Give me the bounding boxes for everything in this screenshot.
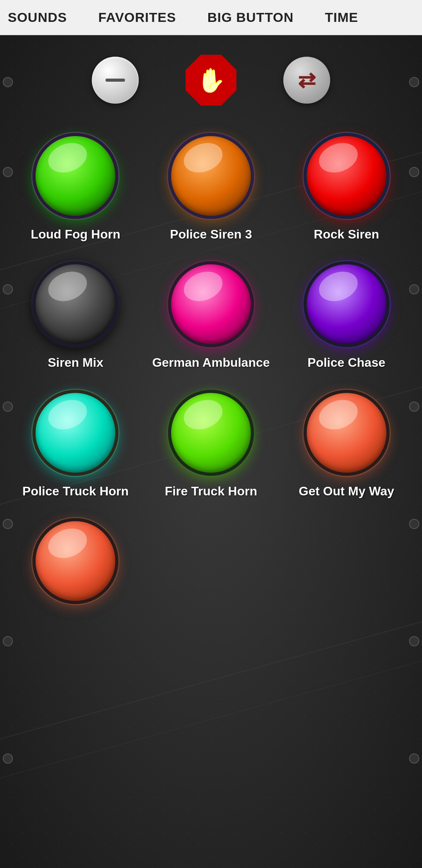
sound-cell-police-siren-3[interactable]: Police Siren 3: [143, 125, 279, 253]
sound-cell-bottom[interactable]: [8, 510, 143, 624]
repeat-button[interactable]: ⇄: [283, 57, 330, 104]
minus-icon: [106, 79, 125, 82]
sound-cell-fire-truck-horn[interactable]: Fire Truck Horn: [143, 382, 279, 510]
repeat-icon: ⇄: [298, 68, 316, 93]
sound-label-fire-truck-horn: Fire Truck Horn: [165, 484, 257, 499]
svg-point-18: [409, 754, 419, 763]
sound-button-loud-fog-horn[interactable]: [32, 133, 118, 219]
sound-button-siren-mix[interactable]: [32, 261, 118, 347]
sound-cell-get-out-my-way[interactable]: Get Out My Way: [279, 382, 414, 510]
sound-button-police-truck-horn[interactable]: [32, 390, 118, 476]
svg-point-10: [3, 637, 13, 646]
sound-button-fire-truck-horn[interactable]: [168, 390, 254, 476]
sound-button-police-chase[interactable]: [304, 261, 390, 347]
sound-button-german-ambulance[interactable]: [168, 261, 254, 347]
sound-button-police-siren-3[interactable]: [168, 133, 254, 219]
sounds-grid: Loud Fog Horn Police Siren 3 Rock Siren …: [0, 121, 422, 628]
tab-timer[interactable]: TIME: [325, 10, 358, 25]
sound-cell-loud-fog-horn[interactable]: Loud Fog Horn: [8, 125, 143, 253]
nav-bar: SOUNDS FAVORITES BIG BUTTON TIME: [0, 0, 422, 35]
svg-point-11: [3, 754, 13, 763]
svg-point-17: [409, 637, 419, 646]
sound-button-rock-siren[interactable]: [304, 133, 390, 219]
stop-button[interactable]: [186, 55, 236, 106]
tab-favorites[interactable]: FAVORITES: [98, 10, 176, 25]
main-content: ⇄ Loud Fog Horn Police Siren 3 Rock Sire…: [0, 35, 422, 868]
minus-button[interactable]: [92, 57, 139, 104]
sound-label-loud-fog-horn: Loud Fog Horn: [31, 227, 120, 242]
sound-button-bottom[interactable]: [32, 518, 118, 604]
sound-label-police-siren-3: Police Siren 3: [170, 227, 252, 242]
sound-cell-rock-siren[interactable]: Rock Siren: [279, 125, 414, 253]
sound-cell-police-truck-horn[interactable]: Police Truck Horn: [8, 382, 143, 510]
sound-label-german-ambulance: German Ambulance: [152, 355, 270, 370]
sound-button-get-out-my-way[interactable]: [304, 390, 390, 476]
sound-label-rock-siren: Rock Siren: [314, 227, 379, 242]
sound-label-police-chase: Police Chase: [308, 355, 385, 370]
sound-cell-german-ambulance[interactable]: German Ambulance: [143, 253, 279, 382]
sound-label-police-truck-horn: Police Truck Horn: [22, 484, 129, 499]
sound-label-siren-mix: Siren Mix: [48, 355, 103, 370]
tab-big-button[interactable]: BIG BUTTON: [207, 10, 294, 25]
sound-cell-siren-mix[interactable]: Siren Mix: [8, 253, 143, 382]
sound-cell-police-chase[interactable]: Police Chase: [279, 253, 414, 382]
svg-line-3: [0, 622, 422, 739]
tab-sounds[interactable]: SOUNDS: [8, 10, 67, 25]
sound-label-get-out-my-way: Get Out My Way: [299, 484, 394, 499]
controls-row: ⇄: [0, 43, 422, 121]
svg-line-4: [0, 661, 422, 778]
